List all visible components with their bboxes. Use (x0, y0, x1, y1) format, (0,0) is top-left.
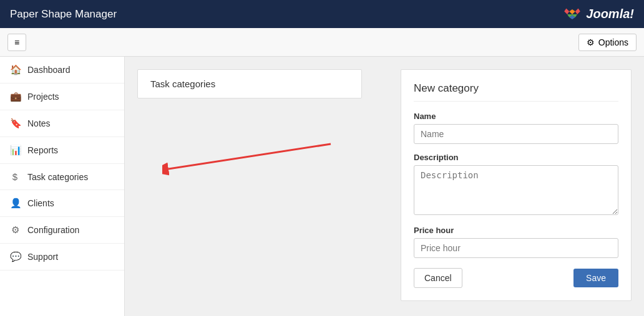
arrow-annotation (162, 132, 337, 183)
sidebar-item-reports[interactable]: 📊 Reports (0, 137, 124, 164)
joomla-text: Joomla! (586, 7, 634, 21)
sidebar-item-label: Support (27, 252, 58, 262)
app-title: Paper Shape Manager (10, 8, 117, 21)
price-hour-input[interactable] (414, 238, 618, 258)
sidebar-item-label: Reports (27, 145, 58, 155)
options-button[interactable]: ⚙ Options (578, 34, 637, 51)
svg-line-2 (168, 144, 331, 169)
sidebar: 🏠 Dashboard 💼 Projects 🔖 Notes 📊 Reports… (0, 57, 125, 316)
description-label: Description (414, 153, 618, 162)
new-category-panel: New category Name Description Price hour… (401, 69, 632, 301)
sidebar-item-projects[interactable]: 💼 Projects (0, 84, 124, 110)
sidebar-item-task-categories[interactable]: $ Task categories (0, 164, 124, 190)
reports-icon: 📊 (10, 145, 20, 156)
options-label: Options (598, 37, 628, 47)
task-categories-panel: Task categories (137, 69, 362, 98)
name-label: Name (414, 112, 618, 121)
price-hour-label: Price hour (414, 226, 618, 235)
dashboard-icon: 🏠 (10, 64, 20, 75)
sidebar-item-dashboard[interactable]: 🏠 Dashboard (0, 57, 124, 84)
sidebar-item-label: Clients (27, 198, 54, 208)
sidebar-item-configuration[interactable]: ⚙ Configuration (0, 217, 124, 244)
options-gear-icon: ⚙ (587, 37, 595, 47)
joomla-logo: Joomla! (562, 4, 634, 24)
description-input[interactable] (414, 165, 618, 215)
sidebar-item-support[interactable]: 💬 Support (0, 244, 124, 271)
save-button[interactable]: Save (573, 269, 618, 287)
menu-toggle-button[interactable]: ≡ (7, 34, 26, 51)
new-category-title: New category (414, 82, 618, 102)
description-field-group: Description (414, 153, 618, 217)
main-content: Task categories New category Name (125, 57, 644, 316)
task-categories-title: Task categories (150, 79, 215, 89)
app-header: Paper Shape Manager Joomla! (0, 0, 644, 28)
notes-icon: 🔖 (10, 118, 20, 129)
sidebar-item-clients[interactable]: 👤 Clients (0, 190, 124, 217)
configuration-icon: ⚙ (10, 224, 20, 236)
main-layout: 🏠 Dashboard 💼 Projects 🔖 Notes 📊 Reports… (0, 57, 644, 316)
sidebar-item-notes[interactable]: 🔖 Notes (0, 110, 124, 137)
red-arrow-svg (162, 132, 337, 181)
cancel-button[interactable]: Cancel (414, 268, 462, 288)
sidebar-item-label: Notes (27, 118, 51, 128)
sidebar-item-label: Task categories (27, 172, 88, 182)
sidebar-item-label: Projects (27, 92, 59, 102)
joomla-icon (562, 4, 582, 24)
task-categories-icon: $ (10, 171, 20, 182)
price-hour-field-group: Price hour (414, 226, 618, 258)
sidebar-item-label: Configuration (27, 225, 79, 235)
projects-icon: 💼 (10, 91, 20, 102)
form-actions: Cancel Save (414, 268, 618, 288)
toolbar-left: ≡ (7, 34, 26, 51)
name-field-group: Name (414, 112, 618, 144)
toolbar: ≡ ⚙ Options (0, 28, 644, 57)
sidebar-item-label: Dashboard (27, 65, 71, 75)
support-icon: 💬 (10, 251, 20, 262)
name-input[interactable] (414, 124, 618, 144)
clients-icon: 👤 (10, 198, 20, 209)
